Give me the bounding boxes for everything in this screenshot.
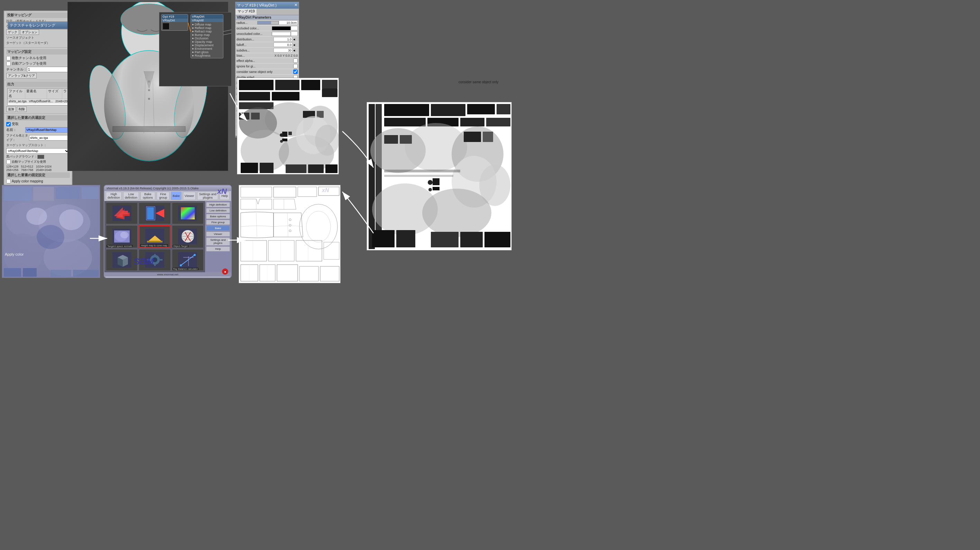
cell3-icon [112, 229, 131, 244]
vd-title-bar: マップ #19 ( VRayDirt ) ✕ [235, 2, 299, 9]
btn-settings[interactable]: Settings and plugins [197, 192, 218, 200]
receive-check[interactable] [6, 122, 11, 127]
target-map-combo[interactable]: VRayDiffuseFilterMap [6, 148, 70, 154]
btn-bake-opts[interactable]: Bake options [140, 192, 155, 200]
row1-element: VRayDiffuseFilt... [28, 99, 54, 103]
channel-input[interactable] [27, 67, 70, 72]
node-map19[interactable]: Gyz #19 VRayDirt [161, 14, 188, 31]
btn-delete[interactable]: 削除 [17, 106, 27, 112]
output-table-header: ファイル名 要素名 サイズ ラ [8, 89, 68, 99]
xnormal-cell-heightmap[interactable]: Height map to cone map [138, 225, 170, 249]
vd-effect-alpha-check[interactable] [293, 59, 298, 63]
xn-btn-high-def[interactable]: High definition [206, 202, 230, 207]
xnormal-close-btn[interactable]: ● [222, 268, 228, 275]
vd-subdivs-btn[interactable]: ◄ [293, 49, 298, 52]
xnormal-cell-tangent[interactable]: Tangent space normals [106, 225, 138, 249]
node-vraymt[interactable]: VRayDirt VRayMtl ● Diffuse map ● Reflect… [191, 14, 223, 59]
vd-unocc-color-input[interactable] [291, 32, 298, 36]
xn-btn-settings2[interactable]: Settings and plugins [206, 237, 230, 246]
vd-ignore-gi-check[interactable] [293, 64, 298, 68]
xn-btn-fine-group2[interactable]: Fine group [206, 220, 230, 225]
vd-consider-same-check[interactable] [293, 70, 298, 74]
xnormal-title: xNormal v3.19.3 (64-bit Release) Copyrig… [107, 187, 199, 190]
auto-unwrap-check[interactable] [6, 62, 11, 66]
btn-unwrap[interactable]: アンラップ&クリア [6, 73, 37, 78]
svg-rect-19 [301, 80, 320, 90]
xnormal-cell-ray-balance[interactable]: Ray Balance calculator [172, 249, 204, 271]
name-input[interactable] [25, 127, 70, 133]
fixed-settings-title: 選択した要素の固定設定 [6, 173, 70, 178]
xnormal-sbm-label: SBM [134, 256, 154, 267]
vd-radius-slider[interactable] [257, 21, 279, 25]
xn-btn-help2[interactable]: Help [206, 246, 230, 252]
receive-label: 受取 [12, 122, 19, 127]
node-map19-preview [161, 22, 188, 30]
cell5-label: Object-Target [173, 245, 188, 247]
svg-rect-17 [239, 80, 274, 90]
btn-ld-mesh[interactable]: Low definition [123, 192, 139, 200]
xnormal-cell-0[interactable] [106, 203, 138, 224]
vd-tab-main[interactable]: マップ #19 [235, 9, 257, 15]
xnormal-cell-2[interactable] [172, 203, 204, 224]
xn-btn-viewer2[interactable]: Viewer [206, 231, 230, 237]
xn-btn-bake-opts2[interactable]: Bake options [206, 214, 230, 219]
vd-falloff-val[interactable] [274, 43, 293, 47]
svg-rect-20 [322, 80, 337, 89]
output-table-row1[interactable]: shirts_ao.tga VRayDiffuseFilt... 2048×20… [8, 99, 68, 104]
btn-viewer[interactable]: Viewer [183, 192, 196, 200]
node-map19-title: Gyz #19 [161, 14, 188, 19]
btn-option[interactable]: オプション [20, 29, 39, 35]
bg-row: 黒バックグラウンド： [6, 154, 70, 159]
node-vraymt-subtitle: VRayMtl [191, 19, 223, 22]
btn-geek[interactable]: ゲック [6, 29, 19, 35]
svg-rect-61 [400, 135, 412, 144]
xnormal-toolbar: High definition Low definition Bake opti… [105, 191, 231, 201]
ao-texture-small [237, 78, 339, 174]
auto-unwrap-label: 自動アンラップを使用 [12, 61, 46, 66]
svg-rect-72 [484, 232, 511, 247]
btn-hd-mesh[interactable]: High definition [106, 192, 122, 200]
vd-occ-color-swatch[interactable] [272, 26, 291, 30]
xn-btn-bake2[interactable]: Bake [206, 226, 230, 231]
vd-radius-val[interactable] [279, 21, 298, 25]
port-env: ● Environment [192, 47, 222, 51]
channel-row: チャンネル： [6, 67, 70, 72]
xnormal-footer-text: www.xnormal.net [158, 273, 178, 276]
apply-color-check[interactable] [6, 179, 11, 184]
btn-fine-group[interactable]: Fine group [157, 192, 169, 200]
bg-label: 黒バックグラウンド： [6, 154, 37, 159]
vd-title-text: マップ #19 ( VRayDirt ) [237, 3, 277, 8]
port-disp: ● Displacement [192, 44, 222, 47]
auto-unwrap-row: 自動アンラップを使用 [6, 61, 70, 66]
vd-subdivs-val[interactable] [274, 48, 293, 52]
auto-size-check[interactable] [6, 160, 11, 164]
vd-unocc-color-swatch[interactable] [272, 32, 291, 36]
xnormal-cell-1[interactable] [138, 203, 170, 224]
xnormal-cell-6[interactable] [106, 249, 138, 271]
xn-btn-low-def[interactable]: Low definition [206, 208, 230, 213]
svg-point-135 [194, 254, 196, 256]
vd-occ-color-input[interactable] [291, 26, 298, 30]
svg-rect-68 [372, 230, 395, 247]
svg-rect-73 [433, 178, 439, 185]
svg-point-134 [180, 264, 182, 266]
xnormal-sidebar: High definition Low definition Bake opti… [205, 201, 231, 272]
multi-channel-check[interactable] [6, 56, 11, 60]
btn-add[interactable]: 追加 [6, 106, 16, 112]
file-type-label: ファイル名とタイプ： [6, 133, 29, 142]
xnormal-cell-object-target[interactable]: Object-Target [172, 225, 204, 249]
vd-row-unocc-color: unoccluded color... [235, 31, 299, 36]
vd-falloff-btn[interactable]: ◄ [293, 43, 298, 47]
btn-bake[interactable]: Bake [171, 192, 181, 200]
vd-dist-val[interactable] [274, 37, 293, 41]
svg-rect-28 [239, 113, 249, 119]
vd-close-icon[interactable]: ✕ [294, 3, 298, 8]
svg-rect-29 [251, 113, 260, 119]
vd-dist-btn[interactable]: ◄ [293, 38, 298, 41]
svg-point-67 [422, 189, 492, 237]
svg-point-40 [315, 125, 339, 156]
xnormal-header: xNormal v3.19.3 (64-bit Release) Copyrig… [105, 185, 231, 191]
bg-color[interactable] [37, 155, 44, 159]
multi-channel-label: 複数チャンネルを使用 [12, 55, 46, 60]
file-type-input[interactable] [29, 135, 70, 141]
